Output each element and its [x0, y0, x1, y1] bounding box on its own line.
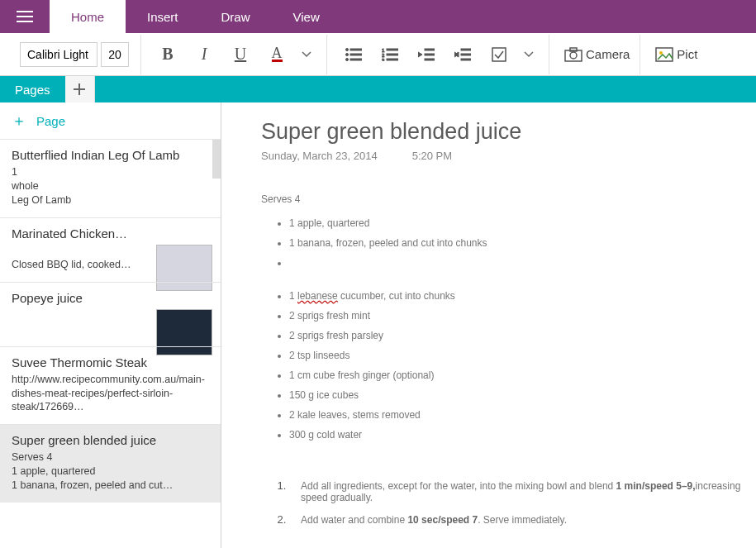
picture-icon: [655, 47, 673, 62]
list-item[interactable]: 1 apple, quartered: [289, 213, 756, 233]
svg-rect-8: [350, 59, 362, 60]
list-item[interactable]: 2 tsp linseeds: [289, 345, 756, 365]
list-item[interactable]: 2 sprigs fresh parsley: [289, 326, 756, 345]
add-section-button[interactable]: [65, 76, 95, 102]
bullet-list-button[interactable]: [335, 38, 372, 71]
page-item-preview: Closed BBQ lid, cooked…: [12, 244, 144, 272]
list-item[interactable]: 1 cm cube fresh ginger (optional): [289, 365, 756, 385]
svg-rect-0: [17, 11, 33, 12]
svg-point-7: [346, 58, 349, 60]
svg-point-5: [346, 53, 349, 55]
pictures-label: Pict: [677, 47, 697, 61]
italic-button[interactable]: I: [186, 38, 222, 71]
add-page-button[interactable]: ＋ Page: [0, 102, 221, 139]
camera-button[interactable]: Camera: [558, 47, 636, 62]
outdent-button[interactable]: [408, 38, 445, 71]
svg-text:3: 3: [382, 58, 385, 61]
ribbon: Calibri Light 20 B I U A 123 Camera Pict: [0, 33, 756, 76]
section-strip: Pages: [0, 76, 756, 102]
pages-tab[interactable]: Pages: [0, 76, 65, 102]
pictures-button[interactable]: Pict: [649, 47, 704, 62]
svg-point-26: [659, 51, 663, 55]
page-item[interactable]: Marinated Chicken…Closed BBQ lid, cooked…: [0, 217, 221, 282]
ingredient-list-2[interactable]: 1 lebanese cucumber, cut into chunks2 sp…: [289, 286, 756, 445]
font-size[interactable]: 20: [101, 42, 129, 67]
page-timestamp: Sunday, March 23, 20145:20 PM: [261, 150, 756, 162]
list-item[interactable]: 300 g cold water: [289, 425, 756, 445]
camera-icon: [564, 47, 582, 62]
serves-text[interactable]: Serves 4: [261, 193, 756, 205]
svg-rect-23: [570, 48, 577, 51]
svg-rect-2: [17, 21, 33, 22]
ingredient-list-1[interactable]: 1 apple, quartered1 banana, frozen, peel…: [289, 213, 756, 268]
svg-rect-28: [74, 88, 85, 90]
svg-point-3: [346, 48, 349, 50]
font-selector[interactable]: Calibri Light: [20, 42, 97, 67]
list-item[interactable]: 2 kale leaves, stems removed: [289, 405, 756, 425]
step-item[interactable]: Add all ingredients, except for the wate…: [289, 474, 756, 508]
page-item[interactable]: Butterflied Indian Leg Of Lamb1wholeLeg …: [0, 139, 221, 217]
page-list: ＋ Page Butterflied Indian Leg Of Lamb1wh…: [0, 102, 221, 548]
list-item[interactable]: 1 lebanese cucumber, cut into chunks: [289, 286, 756, 306]
page-item-title: Popeye juice: [12, 291, 209, 305]
page-title[interactable]: Super green blended juice: [261, 119, 756, 145]
add-page-label: Page: [36, 114, 65, 128]
todo-button[interactable]: [481, 38, 517, 71]
bold-button[interactable]: B: [150, 38, 186, 71]
page-item-title: Marinated Chicken…: [12, 226, 209, 241]
list-item[interactable]: 1 banana, frozen, peeled and cut into ch…: [289, 233, 756, 253]
page-item-preview: 1wholeLeg Of Lamb: [12, 165, 202, 207]
tab-home[interactable]: Home: [50, 0, 126, 33]
list-item[interactable]: [289, 253, 756, 268]
page-item-title: Super green blended juice: [12, 433, 209, 447]
font-more[interactable]: [295, 38, 318, 71]
svg-rect-18: [461, 49, 471, 50]
svg-rect-19: [461, 54, 471, 55]
step-item[interactable]: Add water and combine 10 sec/speed 7. Se…: [289, 508, 756, 531]
page-item-preview: http://www.recipecommunity.com.au/main-d…: [12, 373, 202, 415]
svg-rect-1: [17, 16, 33, 17]
tab-draw[interactable]: Draw: [200, 0, 272, 33]
svg-point-24: [570, 52, 577, 59]
indent-button[interactable]: [445, 38, 481, 71]
svg-rect-4: [350, 49, 362, 50]
camera-label: Camera: [586, 47, 630, 61]
tab-insert[interactable]: Insert: [126, 0, 200, 33]
underline-button[interactable]: U: [222, 38, 259, 71]
page-item[interactable]: Suvee Thermomic Steakhttp://www.recipeco…: [0, 346, 221, 425]
font-color-button[interactable]: A: [259, 38, 295, 71]
svg-rect-17: [425, 59, 435, 60]
menu-button[interactable]: [0, 0, 50, 33]
svg-rect-20: [461, 59, 471, 60]
svg-rect-16: [425, 54, 435, 55]
plus-icon: ＋: [12, 111, 26, 131]
titlebar: Home Insert Draw View: [0, 0, 756, 33]
number-list-button[interactable]: 123: [372, 38, 408, 71]
page-item-title: Butterflied Indian Leg Of Lamb: [12, 148, 209, 162]
svg-rect-15: [425, 49, 435, 50]
page-item-title: Suvee Thermomic Steak: [12, 355, 209, 369]
note-canvas[interactable]: Super green blended juice Sunday, March …: [221, 102, 756, 548]
list-item[interactable]: 2 sprigs fresh mint: [289, 306, 756, 326]
svg-rect-12: [387, 54, 398, 55]
svg-rect-6: [350, 54, 362, 55]
svg-rect-10: [387, 49, 398, 50]
page-item-preview: Serves 41 apple, quartered1 banana, froz…: [12, 450, 202, 493]
tab-view[interactable]: View: [272, 0, 341, 33]
page-item[interactable]: Popeye juice: [0, 282, 221, 346]
svg-rect-14: [387, 59, 398, 60]
steps-list[interactable]: Add all ingredients, except for the wate…: [289, 474, 756, 531]
tags-more[interactable]: [517, 38, 540, 71]
page-item[interactable]: Super green blended juiceServes 41 apple…: [0, 424, 221, 503]
list-item[interactable]: 150 g ice cubes: [289, 385, 756, 405]
svg-rect-21: [492, 48, 506, 61]
